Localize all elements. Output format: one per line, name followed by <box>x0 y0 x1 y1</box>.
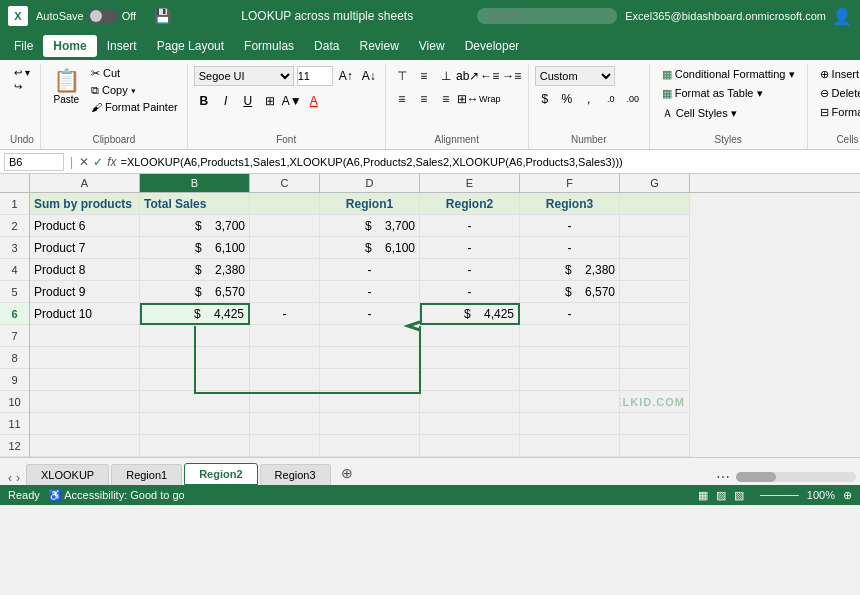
search-input[interactable] <box>477 8 617 24</box>
cell-d12[interactable] <box>320 435 420 457</box>
cell-c9[interactable] <box>250 369 320 391</box>
cell-e3[interactable]: - <box>420 237 520 259</box>
cell-g12[interactable] <box>620 435 690 457</box>
cell-f12[interactable] <box>520 435 620 457</box>
autosave-toggle[interactable] <box>88 9 118 23</box>
cell-styles-button[interactable]: Ａ Cell Styles ▾ <box>656 104 743 123</box>
cell-d4[interactable]: - <box>320 259 420 281</box>
cell-c1[interactable] <box>250 193 320 215</box>
insert-cells-button[interactable]: ⊕ Insert ▾ <box>814 66 860 83</box>
cell-b6[interactable]: $ 4,425 <box>140 303 250 325</box>
cell-c4[interactable] <box>250 259 320 281</box>
cell-e9[interactable] <box>420 369 520 391</box>
menu-view[interactable]: View <box>409 35 455 57</box>
tab-region2[interactable]: Region2 <box>184 463 257 485</box>
page-break-view-button[interactable]: ▧ <box>734 489 744 502</box>
align-bottom-button[interactable]: ⊥ <box>436 66 456 86</box>
decrease-decimal-button[interactable]: .00 <box>623 89 643 109</box>
cell-d10[interactable] <box>320 391 420 413</box>
increase-font-icon[interactable]: A↑ <box>336 66 356 86</box>
cell-c2[interactable] <box>250 215 320 237</box>
cell-f11[interactable] <box>520 413 620 435</box>
cell-e10[interactable] <box>420 391 520 413</box>
cell-d8[interactable] <box>320 347 420 369</box>
cell-a10[interactable] <box>30 391 140 413</box>
cell-c11[interactable] <box>250 413 320 435</box>
cell-b4[interactable]: $ 2,380 <box>140 259 250 281</box>
cell-f4[interactable]: $ 2,380 <box>520 259 620 281</box>
add-sheet-button[interactable]: ⊕ <box>333 461 361 485</box>
col-header-g[interactable]: G <box>620 174 690 192</box>
redo-button[interactable]: ↪ <box>11 80 33 93</box>
cell-a11[interactable] <box>30 413 140 435</box>
cell-a8[interactable] <box>30 347 140 369</box>
cell-a1[interactable]: Sum by products <box>30 193 140 215</box>
format-table-button[interactable]: ▦ Format as Table ▾ <box>656 85 769 102</box>
font-name-select[interactable]: Segoe UI <box>194 66 294 86</box>
menu-page-layout[interactable]: Page Layout <box>147 35 234 57</box>
cell-b1[interactable]: Total Sales <box>140 193 250 215</box>
cell-b12[interactable] <box>140 435 250 457</box>
bold-button[interactable]: B <box>194 91 214 111</box>
dollar-button[interactable]: $ <box>535 89 555 109</box>
cell-c10[interactable] <box>250 391 320 413</box>
col-header-a[interactable]: A <box>30 174 140 192</box>
cell-d9[interactable] <box>320 369 420 391</box>
col-header-d[interactable]: D <box>320 174 420 192</box>
cancel-formula-icon[interactable]: ✕ <box>79 155 89 169</box>
cell-a4[interactable]: Product 8 <box>30 259 140 281</box>
cell-g1[interactable] <box>620 193 690 215</box>
cell-g7[interactable] <box>620 325 690 347</box>
cell-b8[interactable] <box>140 347 250 369</box>
cell-f7[interactable] <box>520 325 620 347</box>
cell-f9[interactable] <box>520 369 620 391</box>
font-size-input[interactable] <box>297 66 333 86</box>
cell-f2[interactable]: - <box>520 215 620 237</box>
cell-d11[interactable] <box>320 413 420 435</box>
save-icon[interactable]: 💾 <box>154 8 171 24</box>
copy-button[interactable]: ⧉ Copy ▾ <box>88 83 181 98</box>
cell-g2[interactable] <box>620 215 690 237</box>
cell-a7[interactable] <box>30 325 140 347</box>
cell-e11[interactable] <box>420 413 520 435</box>
horizontal-scrollbar[interactable] <box>736 472 856 482</box>
cell-g8[interactable] <box>620 347 690 369</box>
cell-e5[interactable]: - <box>420 281 520 303</box>
fill-color-button[interactable]: A▼ <box>282 91 302 111</box>
menu-formulas[interactable]: Formulas <box>234 35 304 57</box>
cell-g6[interactable] <box>620 303 690 325</box>
cell-b5[interactable]: $ 6,570 <box>140 281 250 303</box>
cell-a3[interactable]: Product 7 <box>30 237 140 259</box>
sheet-scroll-left[interactable]: ⋯ <box>716 469 730 485</box>
formula-bar-input[interactable] <box>120 156 856 168</box>
percent-button[interactable]: % <box>557 89 577 109</box>
cell-c12[interactable] <box>250 435 320 457</box>
menu-data[interactable]: Data <box>304 35 349 57</box>
border-button[interactable]: ⊞ <box>260 91 280 111</box>
cell-d7[interactable] <box>320 325 420 347</box>
increase-decimal-button[interactable]: .0 <box>601 89 621 109</box>
cell-d1[interactable]: Region1 <box>320 193 420 215</box>
next-sheet-button[interactable]: › <box>16 471 20 485</box>
menu-home[interactable]: Home <box>43 35 96 57</box>
comma-button[interactable]: , <box>579 89 599 109</box>
cell-g10[interactable]: EXCELKID.COM <box>620 391 690 413</box>
cell-b3[interactable]: $ 6,100 <box>140 237 250 259</box>
indent-increase-button[interactable]: →≡ <box>502 66 522 86</box>
cell-f5[interactable]: $ 6,570 <box>520 281 620 303</box>
cell-e6[interactable]: $ 4,425 <box>420 303 520 325</box>
align-middle-button[interactable]: ≡ <box>414 66 434 86</box>
page-layout-view-button[interactable]: ▨ <box>716 489 726 502</box>
cell-d5[interactable]: - <box>320 281 420 303</box>
cell-c7[interactable] <box>250 325 320 347</box>
orientation-button[interactable]: ab↗ <box>458 66 478 86</box>
font-color-button[interactable]: A <box>304 91 324 111</box>
zoom-in-button[interactable]: ⊕ <box>843 489 852 502</box>
tab-xlookup[interactable]: XLOOKUP <box>26 464 109 485</box>
merge-button[interactable]: ⊞↔ <box>458 89 478 109</box>
cell-f10[interactable] <box>520 391 620 413</box>
cell-d3[interactable]: $ 6,100 <box>320 237 420 259</box>
cell-e7[interactable] <box>420 325 520 347</box>
col-header-e[interactable]: E <box>420 174 520 192</box>
menu-file[interactable]: File <box>4 35 43 57</box>
